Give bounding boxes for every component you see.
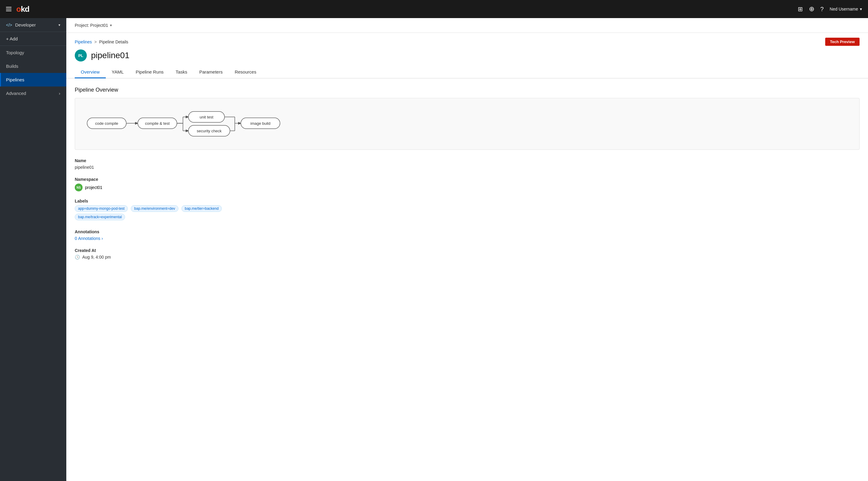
- pipeline-diagram: code compile compile & test: [75, 98, 860, 150]
- add-icon[interactable]: ⊕: [809, 5, 814, 13]
- tabs-bar: Overview YAML Pipeline Runs Tasks Parame…: [66, 62, 868, 78]
- label-tag[interactable]: bap.me/environment=dev: [131, 205, 179, 212]
- annotations-link[interactable]: 0 Annotations ›: [75, 236, 103, 241]
- tab-pipeline-runs[interactable]: Pipeline Runs: [130, 66, 170, 78]
- namespace-value: NS project01: [75, 184, 102, 191]
- label-tag[interactable]: app=dummy-mongo-pod-test: [75, 205, 128, 212]
- svg-text:unit test: unit test: [199, 115, 213, 119]
- logo-kd: kd: [21, 4, 29, 13]
- breadcrumb-pipelines-link[interactable]: Pipelines: [75, 39, 92, 44]
- developer-label: </> Developer: [6, 22, 36, 27]
- labels-container: app=dummy-mongo-pod-test bap.me/environm…: [75, 205, 860, 222]
- sidebar-item-pipelines-label: Pipelines: [6, 77, 24, 82]
- project-chevron-icon: ▾: [110, 23, 112, 27]
- developer-chevron-icon: ▾: [59, 23, 60, 27]
- breadcrumb: Pipelines > Pipeline Details: [75, 39, 128, 44]
- annotations-count: 0 Annotations: [75, 236, 100, 241]
- sidebar-add-button[interactable]: + Add: [0, 32, 66, 46]
- code-icon: </>: [6, 23, 12, 27]
- label-tag[interactable]: bap.me/tier=backend: [181, 205, 222, 212]
- name-label: Name: [75, 158, 860, 163]
- tab-parameters[interactable]: Parameters: [193, 66, 229, 78]
- annotations-value: 0 Annotations ›: [75, 236, 860, 241]
- namespace-text: project01: [85, 185, 102, 190]
- sidebar-developer-text: Developer: [15, 22, 36, 27]
- name-value: pipeline01: [75, 165, 860, 170]
- detail-created-at: Created At 🕓 Aug 9, 4:00 pm: [75, 248, 860, 259]
- content-area: Pipeline Overview code compile compile &…: [66, 78, 868, 275]
- namespace-label: Namespace: [75, 177, 860, 182]
- project-name: Project01: [90, 23, 108, 28]
- sidebar-nav: Topology Builds Pipelines Advanced ›: [0, 46, 66, 100]
- svg-text:compile & test: compile & test: [145, 121, 170, 126]
- sidebar-item-advanced-label: Advanced: [6, 91, 26, 96]
- project-label: Project:: [75, 23, 89, 28]
- annotations-label: Annotations: [75, 229, 860, 234]
- breadcrumb-separator: >: [94, 39, 97, 44]
- logo-o: o: [16, 4, 21, 13]
- avatar: PL: [75, 50, 87, 62]
- page-layout: </> Developer ▾ + Add Topology Builds Pi…: [0, 18, 868, 481]
- svg-text:code compile: code compile: [95, 121, 119, 126]
- sidebar-item-pipelines[interactable]: Pipelines: [0, 73, 66, 87]
- pipeline-overview-title: Pipeline Overview: [75, 87, 860, 93]
- sidebar-item-topology-label: Topology: [6, 50, 24, 55]
- detail-annotations: Annotations 0 Annotations ›: [75, 229, 860, 241]
- logo[interactable]: okd: [16, 4, 29, 14]
- svg-text:security check: security check: [197, 129, 222, 133]
- created-at-label: Created At: [75, 248, 860, 253]
- top-nav-right: ⊞ ⊕ ? Ned Username ▾: [798, 5, 862, 13]
- sidebar-item-builds-label: Builds: [6, 64, 19, 69]
- detail-name: Name pipeline01: [75, 158, 860, 170]
- sidebar-item-builds[interactable]: Builds: [0, 59, 66, 73]
- main-content: Project: Project01 ▾ Pipelines > Pipelin…: [66, 18, 868, 481]
- detail-labels: Labels app=dummy-mongo-pod-test bap.me/e…: [75, 199, 860, 222]
- page-header: PL pipeline01: [66, 46, 868, 62]
- namespace-avatar: NS: [75, 184, 83, 191]
- tab-overview[interactable]: Overview: [75, 66, 106, 78]
- user-name: Ned Username: [830, 7, 858, 11]
- breadcrumb-current: Pipeline Details: [99, 39, 128, 44]
- sidebar-developer-selector[interactable]: </> Developer ▾: [0, 18, 66, 32]
- svg-text:image build: image build: [250, 121, 271, 126]
- label-tag[interactable]: bap.me/track=experimental: [75, 214, 125, 220]
- help-icon[interactable]: ?: [820, 6, 824, 13]
- project-bar: Project: Project01 ▾: [66, 18, 868, 33]
- clock-icon: 🕓: [75, 255, 80, 259]
- detail-namespace: Namespace NS project01: [75, 177, 860, 191]
- tab-resources[interactable]: Resources: [229, 66, 262, 78]
- sidebar-item-topology[interactable]: Topology: [0, 46, 66, 59]
- project-selector[interactable]: Project01 ▾: [90, 23, 112, 28]
- breadcrumb-row: Pipelines > Pipeline Details Tech Previe…: [66, 33, 868, 46]
- tab-tasks[interactable]: Tasks: [170, 66, 193, 78]
- created-at-value: 🕓 Aug 9, 4:00 pm: [75, 255, 860, 259]
- tech-preview-badge: Tech Preview: [825, 38, 860, 46]
- tab-yaml[interactable]: YAML: [106, 66, 130, 78]
- apps-grid-icon[interactable]: ⊞: [798, 5, 803, 13]
- top-navigation: okd ⊞ ⊕ ? Ned Username ▾: [0, 0, 868, 18]
- menu-toggle[interactable]: [6, 7, 11, 11]
- user-chevron-icon: ▾: [860, 7, 862, 11]
- pipeline-flow-svg: code compile compile & test: [84, 107, 289, 140]
- sidebar: </> Developer ▾ + Add Topology Builds Pi…: [0, 18, 66, 481]
- advanced-chevron-icon: ›: [59, 91, 60, 96]
- labels-label: Labels: [75, 199, 860, 203]
- created-at-text: Aug 9, 4:00 pm: [82, 255, 111, 259]
- annotations-chevron-icon: ›: [101, 236, 103, 241]
- page-title: pipeline01: [91, 51, 130, 60]
- sidebar-item-advanced[interactable]: Advanced ›: [0, 87, 66, 100]
- user-menu[interactable]: Ned Username ▾: [830, 7, 862, 11]
